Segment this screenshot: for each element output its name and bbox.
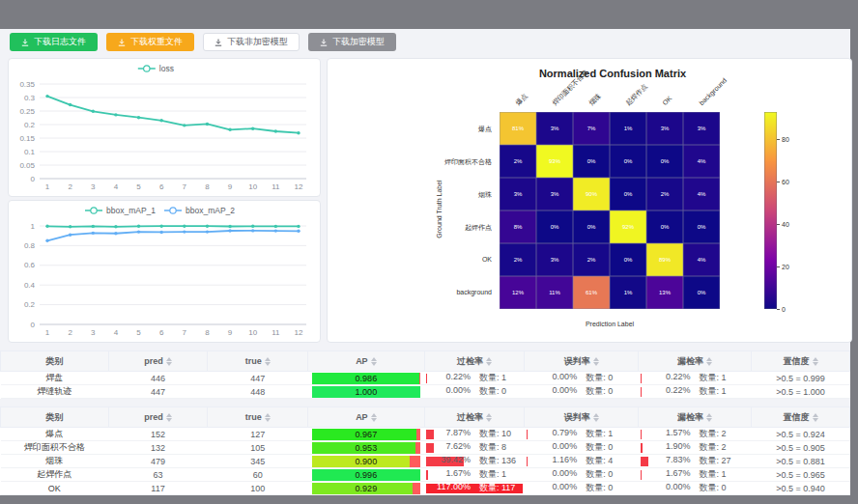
matrix-cell: 3% [500,178,536,210]
metrics-table-2: 类别predtrueAP过检率误判率漏检率置信度爆点1521270.9677.8… [0,406,850,495]
download-log-button[interactable]: 下载日志文件 [10,33,98,51]
svg-text:0.2: 0.2 [24,300,36,309]
ap-cell: 0.953 [308,441,424,455]
matrix-cell: 0% [573,145,610,178]
download-icon [320,39,328,46]
svg-text:0.2: 0.2 [24,121,36,129]
matrix-cell: 4% [683,145,720,178]
mis-rate-cell: 1.16%数量: 4 [525,455,639,468]
legend-item[interactable]: bbox_mAP_2 [164,206,235,215]
matrix-cell: 3% [646,112,683,145]
sort-icon[interactable] [265,357,271,366]
sort-icon[interactable] [265,413,271,422]
col-header-true[interactable]: true [208,351,308,372]
col-header-over[interactable]: 过检率 [424,351,525,372]
matrix-col-label: background [698,76,729,107]
svg-text:3: 3 [91,328,96,337]
matrix-cell: 0% [610,178,646,210]
sort-icon[interactable] [706,413,712,422]
miss-rate-cell: 1.90%数量: 2 [639,441,752,455]
svg-text:2: 2 [68,328,72,337]
svg-text:4: 4 [114,182,119,191]
sort-icon[interactable] [706,357,712,366]
matrix-cell: 0% [683,210,720,243]
matrix-col-label: 起焊作点 [624,82,649,107]
table-row: 焊盘4464470.9860.22%数量: 10.00%数量: 00.22%数量… [1,372,850,385]
download-icon [214,39,222,46]
colorbar-tick: 80 [782,135,789,144]
svg-text:0: 0 [31,175,36,183]
conf-cell: >0.5 = 0.940 [752,482,850,495]
sort-icon[interactable] [371,357,377,366]
matrix-cell: 2% [573,243,610,276]
matrix-x-axis-label: Prediction Label [500,321,720,327]
col-header-true[interactable]: true [208,407,308,428]
mis-rate-cell: 0.00%数量: 0 [525,441,639,455]
sort-icon[interactable] [813,413,818,422]
col-header-mis[interactable]: 误判率 [525,351,639,372]
matrix-row-label: 起焊作点 [328,223,492,233]
sort-icon[interactable] [371,413,377,422]
svg-text:10: 10 [248,182,257,191]
matrix-cell: 81% [500,112,536,145]
true-cell: 105 [208,441,308,455]
col-header-pred[interactable]: pred [108,351,208,372]
download-weights-button[interactable]: 下载权重文件 [106,33,194,51]
table-row: 爆点1521270.9677.87%数量: 100.79%数量: 11.57%数… [1,428,850,441]
map-chart: 00.20.40.60.81123456789101112bbox_mAP_1b… [9,201,320,342]
over-rate-cell: 1.67%数量: 1 [424,468,525,482]
metrics-table-1: 类别predtrueAP过检率误判率漏检率置信度焊盘4464470.9860.2… [0,350,850,399]
legend-item[interactable]: loss [138,64,174,73]
col-header-conf[interactable]: 置信度 [752,351,850,372]
matrix-cell: 3% [536,243,573,276]
sort-icon[interactable] [593,413,599,422]
miss-rate-cell: 0.22%数量: 1 [639,372,752,385]
true-cell: 100 [208,482,308,495]
matrix-row-label: 焊印面积不合格 [328,157,492,167]
col-header-over[interactable]: 过检率 [424,407,525,428]
matrix-cell: 3% [536,178,573,210]
sort-icon[interactable] [166,413,172,422]
miss-rate-cell: 0.00%数量: 0 [639,482,752,495]
mis-rate-cell: 0.00%数量: 0 [525,468,639,482]
svg-text:7: 7 [183,328,187,337]
class-cell: 焊印面积不合格 [1,441,109,455]
header-row: 类别predtrueAP过检率误判率漏检率置信度 [1,351,850,372]
matrix-cell: 0% [573,210,610,243]
table-row: 焊缝轨迹4474481.0000.00%数量: 00.00%数量: 00.22%… [1,385,850,399]
col-header-ap[interactable]: AP [308,351,424,372]
download-encrypted-model-button[interactable]: 下载加密模型 [308,33,396,51]
matrix-cell: 1% [610,276,646,309]
matrix-cell: 2% [500,243,536,276]
over-rate-cell: 39.42%数量: 136 [424,455,525,468]
class-cell: OK [1,482,109,495]
top-window-band [0,0,858,29]
legend-item[interactable]: bbox_mAP_1 [85,206,156,215]
table-gap [0,399,850,406]
download-plain-model-button[interactable]: 下载非加密模型 [203,33,300,51]
metrics-tables: 类别predtrueAP过检率误判率漏检率置信度焊盘4464470.9860.2… [0,350,850,495]
sort-icon[interactable] [593,357,599,366]
svg-text:0.6: 0.6 [24,261,36,269]
sort-icon[interactable] [486,413,492,422]
col-header-miss[interactable]: 漏检率 [639,351,752,372]
colorbar-tick: 60 [782,178,789,186]
pred-cell: 132 [108,441,208,455]
col-header-conf[interactable]: 置信度 [752,407,850,428]
sort-icon[interactable] [813,357,818,366]
matrix-cell: 0% [683,276,720,309]
mis-rate-cell: 0.79%数量: 1 [525,428,639,441]
true-cell: 447 [208,372,308,385]
col-header-ap[interactable]: AP [308,407,424,428]
sort-icon[interactable] [166,357,172,366]
matrix-cell: 0% [646,210,683,243]
svg-text:bbox_mAP_2: bbox_mAP_2 [186,206,235,215]
sort-icon[interactable] [486,357,492,366]
col-header-pred[interactable]: pred [108,407,208,428]
col-header-mis[interactable]: 误判率 [525,407,639,428]
svg-text:bbox_mAP_1: bbox_mAP_1 [106,206,156,215]
col-header-miss[interactable]: 漏检率 [639,407,752,428]
table-row: 起焊作点63600.9961.67%数量: 10.00%数量: 01.67%数量… [1,468,850,482]
svg-text:2: 2 [68,182,72,191]
svg-text:0: 0 [31,321,36,329]
